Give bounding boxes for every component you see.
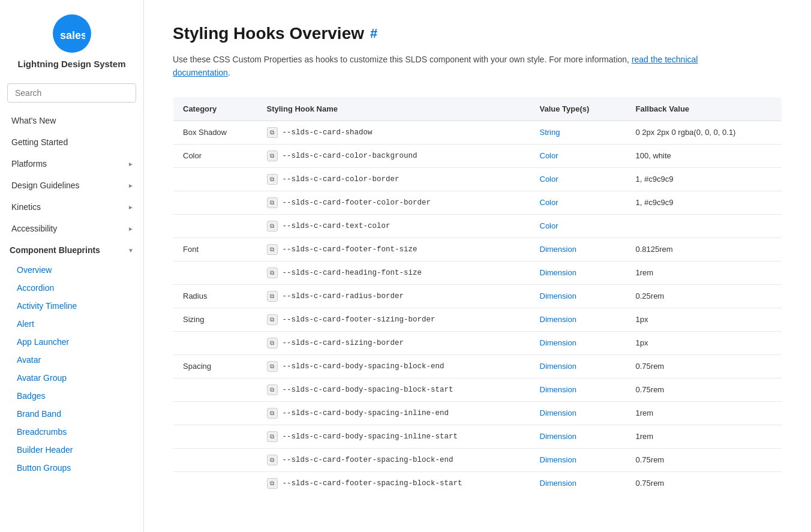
- value-type-cell: String: [530, 121, 626, 144]
- search-input[interactable]: [7, 83, 136, 103]
- styling-hooks-table: Category Styling Hook Name Value Type(s)…: [173, 97, 782, 495]
- value-type-link[interactable]: Dimension: [540, 338, 576, 347]
- value-type-link[interactable]: Dimension: [540, 268, 576, 277]
- sidebar-item-accessibility[interactable]: Accessibility ►: [0, 218, 143, 239]
- sidebar-sub-item-avatar[interactable]: Avatar: [0, 351, 143, 369]
- table-row: Sizing--slds-c-card-footer-sizing-border…: [173, 308, 782, 331]
- sidebar-item-whats-new[interactable]: What's New: [0, 110, 143, 131]
- value-type-cell: Color: [530, 167, 626, 191]
- copy-icon[interactable]: [267, 221, 278, 232]
- value-type-link[interactable]: Dimension: [540, 479, 576, 488]
- value-type-link[interactable]: Dimension: [540, 291, 576, 300]
- value-type-link[interactable]: String: [540, 128, 560, 137]
- value-type-link[interactable]: Dimension: [540, 385, 576, 394]
- hook-name-text: --slds-c-card-shadow: [283, 128, 373, 137]
- copy-icon[interactable]: [267, 384, 278, 395]
- app-name: Lightning Design System: [17, 59, 125, 69]
- copy-icon[interactable]: [267, 151, 278, 161]
- sidebar-item-design-guidelines[interactable]: Design Guidelines ►: [0, 175, 143, 196]
- hook-name-cell: --slds-c-card-footer-color-border: [257, 191, 530, 214]
- hook-name-text: --slds-c-card-body-spacing-block-start: [283, 386, 453, 394]
- value-type-cell: Dimension: [530, 354, 626, 378]
- hook-name-text: --slds-c-card-body-spacing-block-end: [283, 362, 444, 371]
- fallback-value-cell: 1rem: [626, 401, 782, 425]
- hook-name-text: --slds-c-card-color-border: [283, 175, 400, 184]
- value-type-link[interactable]: Color: [540, 221, 558, 230]
- copy-icon[interactable]: [267, 478, 278, 489]
- hook-name-text: --slds-c-card-radius-border: [283, 292, 404, 300]
- value-type-cell: Dimension: [530, 378, 626, 401]
- hook-name-text: --slds-c-card-text-color: [283, 222, 391, 230]
- category-cell: [173, 401, 257, 425]
- sidebar-logo: salesforce Lightning Design System: [0, 0, 143, 79]
- value-type-link[interactable]: Dimension: [540, 245, 576, 254]
- hook-name-cell: --slds-c-card-body-spacing-inline-start: [257, 425, 530, 448]
- value-type-cell: Dimension: [530, 448, 626, 471]
- copy-icon[interactable]: [267, 338, 278, 348]
- hook-name-text: --slds-c-card-footer-sizing-border: [283, 315, 435, 324]
- copy-icon[interactable]: [267, 361, 278, 372]
- category-cell: Sizing: [173, 308, 257, 331]
- fallback-value-cell: 0 2px 2px 0 rgba(0, 0, 0, 0.1): [626, 121, 782, 144]
- sidebar-item-component-blueprints[interactable]: Component Blueprints ▼: [0, 239, 143, 261]
- page-title: Styling Hooks Overview #: [173, 24, 782, 43]
- copy-icon[interactable]: [267, 174, 278, 185]
- copy-icon[interactable]: [267, 127, 278, 138]
- copy-icon[interactable]: [267, 314, 278, 325]
- sidebar-item-getting-started[interactable]: Getting Started: [0, 131, 143, 153]
- fallback-value-cell: 1rem: [626, 425, 782, 448]
- hash-anchor[interactable]: #: [370, 26, 377, 41]
- value-type-cell: Dimension: [530, 308, 626, 331]
- sidebar-sub-item-app-launcher[interactable]: App Launcher: [0, 333, 143, 351]
- sidebar-sub-item-button-groups[interactable]: Button Groups: [0, 459, 143, 477]
- value-type-link[interactable]: Color: [540, 151, 558, 160]
- sidebar-sub-item-badges[interactable]: Badges: [0, 387, 143, 405]
- hook-name-text: --slds-c-card-footer-spacing-block-start: [283, 479, 462, 488]
- hook-name-text: --slds-c-card-body-spacing-inline-start: [283, 432, 458, 441]
- copy-icon[interactable]: [267, 431, 278, 442]
- salesforce-logo: salesforce: [53, 14, 91, 53]
- fallback-value-cell: 1px: [626, 331, 782, 354]
- value-type-cell: Dimension: [530, 331, 626, 354]
- sidebar-item-kinetics[interactable]: Kinetics ►: [0, 196, 143, 218]
- sidebar-sub-item-alert[interactable]: Alert: [0, 315, 143, 333]
- hook-name-cell: --slds-c-card-heading-font-size: [257, 261, 530, 284]
- value-type-link[interactable]: Dimension: [540, 408, 576, 417]
- copy-icon[interactable]: [267, 244, 278, 255]
- value-type-link[interactable]: Dimension: [540, 455, 576, 464]
- value-type-link[interactable]: Dimension: [540, 432, 576, 441]
- category-cell: [173, 471, 257, 495]
- copy-icon[interactable]: [267, 267, 278, 278]
- sidebar-item-platforms[interactable]: Platforms ►: [0, 153, 143, 175]
- table-row: --slds-c-card-footer-spacing-block-start…: [173, 471, 782, 495]
- copy-icon[interactable]: [267, 408, 278, 419]
- category-cell: Spacing: [173, 354, 257, 378]
- category-cell: Font: [173, 238, 257, 261]
- table-row: --slds-c-card-text-colorColor: [173, 214, 782, 238]
- sidebar-sub-item-breadcrumbs[interactable]: Breadcrumbs: [0, 423, 143, 441]
- copy-icon[interactable]: [267, 197, 278, 208]
- sidebar-sub-item-builder-header[interactable]: Builder Header: [0, 441, 143, 459]
- sidebar-sub-item-accordion[interactable]: Accordion: [0, 279, 143, 297]
- hook-name-text: --slds-c-card-footer-font-size: [283, 245, 417, 254]
- value-type-link[interactable]: Color: [540, 175, 558, 184]
- sidebar-sub-item-avatar-group[interactable]: Avatar Group: [0, 369, 143, 387]
- hook-name-cell: --slds-c-card-body-spacing-block-start: [257, 378, 530, 401]
- svg-text:salesforce: salesforce: [60, 29, 85, 41]
- sidebar-sub-item-activity-timeline[interactable]: Activity Timeline: [0, 297, 143, 315]
- hook-name-cell: --slds-c-card-color-background: [257, 144, 530, 167]
- sidebar-sub-item-brand-band[interactable]: Brand Band: [0, 405, 143, 423]
- hook-name-cell: --slds-c-card-color-border: [257, 167, 530, 191]
- table-row: Font--slds-c-card-footer-font-sizeDimens…: [173, 238, 782, 261]
- page-description: Use these CSS Custom Properties as hooks…: [173, 53, 713, 80]
- sidebar-sub-item-overview[interactable]: Overview: [0, 261, 143, 279]
- value-type-link[interactable]: Dimension: [540, 315, 576, 324]
- table-row: Box Shadow--slds-c-card-shadowString0 2p…: [173, 121, 782, 144]
- hook-name-text: --slds-c-card-color-background: [283, 152, 417, 160]
- copy-icon[interactable]: [267, 455, 278, 465]
- fallback-value-cell: 1px: [626, 308, 782, 331]
- value-type-link[interactable]: Dimension: [540, 362, 576, 371]
- value-type-link[interactable]: Color: [540, 198, 558, 207]
- copy-icon[interactable]: [267, 291, 278, 302]
- category-cell: [173, 425, 257, 448]
